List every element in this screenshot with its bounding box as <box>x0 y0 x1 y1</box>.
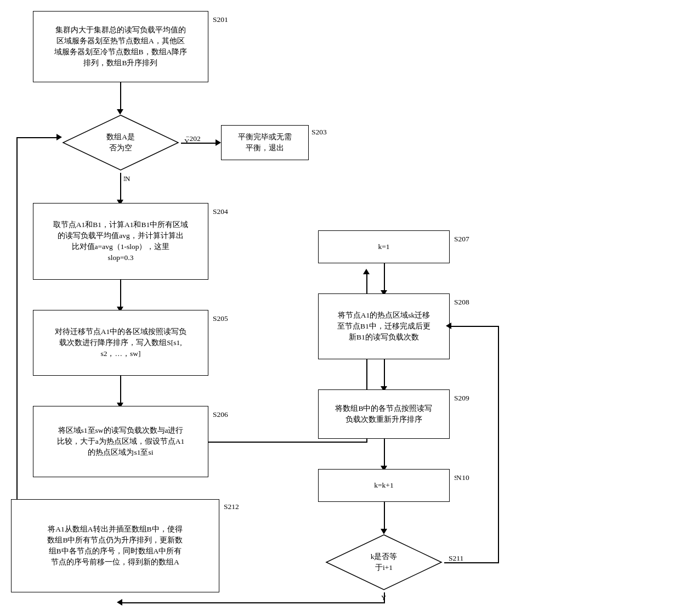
label-s205: S205 <box>213 314 228 323</box>
box-s210: k=k+1 <box>318 469 450 502</box>
diamond-s202: 数组A是 否为空 <box>60 112 181 173</box>
label-s203: S203 <box>311 128 327 137</box>
flow-y1: Y <box>184 137 189 146</box>
svg-marker-1 <box>326 535 441 590</box>
box-s201: 集群内大于集群总的读写负载平均值的 区域服务器划至热节点数组A，其他区 域服务器… <box>33 11 208 82</box>
box-s212: 将A1从数组A转出并插至数组B中，使得 数组B中所有节点仍为升序排列，更新数 组… <box>11 499 219 592</box>
label-s206: S206 <box>213 410 228 419</box>
diamond-s211: k是否等 于i+1 <box>324 532 444 592</box>
box-s206: 将区域s1至sw的读写负载次数与a进行 比较，大于a为热点区域，假设节点A1 的… <box>33 406 208 477</box>
flowchart: 集群内大于集群总的读写负载平均值的 区域服务器划至热节点数组A，其他区 域服务器… <box>0 0 680 616</box>
box-s205: 对待迁移节点A1中的各区域按照读写负 载次数进行降序排序，写入数组S[s1, s… <box>33 310 208 376</box>
label-s211: S211 <box>449 554 463 563</box>
box-s207: k=1 <box>318 230 450 263</box>
box-s203: 平衡完毕或无需 平衡，退出 <box>221 125 309 160</box>
flow-n2: N <box>456 473 461 482</box>
label-s208: S208 <box>454 298 469 307</box>
box-s204: 取节点A1和B1，计算A1和B1中所有区域 的读写负载平均值avg，并计算计算出… <box>33 203 208 280</box>
label-s212: S212 <box>224 502 239 511</box>
svg-marker-0 <box>63 115 178 170</box>
label-s209: S209 <box>454 394 469 403</box>
label-s207: S207 <box>454 235 469 244</box>
label-s204: S204 <box>213 207 228 216</box>
box-s208: 将节点A1的热点区域sk迁移 至节点B1中，迁移完成后更 新B1的读写负载次数 <box>318 293 450 359</box>
label-s201: S201 <box>213 15 228 24</box>
flow-n1-label: N <box>125 174 130 183</box>
box-s209: 将数组B中的各节点按照读写 负载次数重新升序排序 <box>318 389 450 439</box>
